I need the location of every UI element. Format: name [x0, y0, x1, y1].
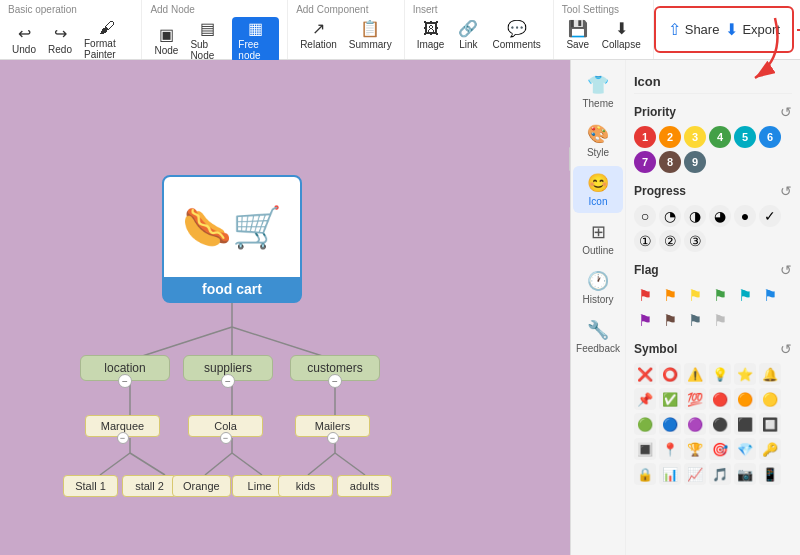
great-grandchild-adults[interactable]: adults — [337, 475, 392, 497]
child-node-suppliers[interactable]: suppliers − — [183, 355, 273, 381]
grandchild-node-mailers[interactable]: Mailers − — [295, 415, 370, 437]
link-button[interactable]: 🔗 Link — [452, 17, 484, 52]
priority-icon-6[interactable]: 6 — [759, 126, 781, 148]
progress-icon-1[interactable]: ○ — [634, 205, 656, 227]
symbol-icon-23[interactable]: 💎 — [734, 438, 756, 460]
sidebar-item-feedback[interactable]: 🔧 Feedback — [573, 313, 623, 360]
progress-icon-7[interactable]: ① — [634, 230, 656, 252]
symbol-icon-6[interactable]: 🔔 — [759, 363, 781, 385]
progress-icon-6[interactable]: ✓ — [759, 205, 781, 227]
flag-icon-6[interactable]: ⚑ — [759, 284, 781, 306]
symbol-icon-22[interactable]: 🎯 — [709, 438, 731, 460]
progress-icon-2[interactable]: ◔ — [659, 205, 681, 227]
progress-reset[interactable]: ↺ — [780, 183, 792, 199]
flag-icon-9[interactable]: ⚑ — [684, 309, 706, 331]
flag-reset[interactable]: ↺ — [780, 262, 792, 278]
sidebar-item-history[interactable]: 🕐 History — [573, 264, 623, 311]
progress-icon-9[interactable]: ③ — [684, 230, 706, 252]
child-node-location[interactable]: location − — [80, 355, 170, 381]
priority-icon-1[interactable]: 1 — [634, 126, 656, 148]
progress-icon-3[interactable]: ◑ — [684, 205, 706, 227]
symbol-icon-10[interactable]: 🔴 — [709, 388, 731, 410]
priority-icon-4[interactable]: 4 — [709, 126, 731, 148]
great-grandchild-kids[interactable]: kids — [278, 475, 333, 497]
symbol-icon-20[interactable]: 📍 — [659, 438, 681, 460]
child-node-customers[interactable]: customers − — [290, 355, 380, 381]
grandchild-node-cola[interactable]: Cola − — [188, 415, 263, 437]
symbol-icon-1[interactable]: ❌ — [634, 363, 656, 385]
symbol-icon-11[interactable]: 🟠 — [734, 388, 756, 410]
progress-icon-5[interactable]: ● — [734, 205, 756, 227]
symbol-icon-8[interactable]: ✅ — [659, 388, 681, 410]
symbol-icon-28[interactable]: 🎵 — [709, 463, 731, 485]
redo-button[interactable]: ↪ Redo — [44, 22, 76, 57]
symbol-icon-18[interactable]: 🔲 — [759, 413, 781, 435]
symbol-icon-25[interactable]: 🔒 — [634, 463, 656, 485]
symbol-icon-27[interactable]: 📈 — [684, 463, 706, 485]
format-painter-button[interactable]: 🖌 Format Painter — [80, 17, 133, 62]
sub-node-button[interactable]: ▤ Sub Node — [186, 17, 228, 63]
sidebar-item-theme[interactable]: 👕 Theme — [573, 68, 623, 115]
symbol-icon-21[interactable]: 🏆 — [684, 438, 706, 460]
symbol-icon-12[interactable]: 🟡 — [759, 388, 781, 410]
canvas-area[interactable]: » — [0, 60, 570, 555]
priority-icon-9[interactable]: 9 — [684, 151, 706, 173]
node-button[interactable]: ▣ Node — [150, 23, 182, 58]
chevron-toggle[interactable]: » — [569, 146, 570, 172]
flag-icon-7[interactable]: ⚑ — [634, 309, 656, 331]
symbol-icon-17[interactable]: ⬛ — [734, 413, 756, 435]
priority-icon-3[interactable]: 3 — [684, 126, 706, 148]
relation-button[interactable]: ↗ Relation — [296, 17, 341, 52]
priority-icon-8[interactable]: 8 — [659, 151, 681, 173]
flag-icon-3[interactable]: ⚑ — [684, 284, 706, 306]
priority-reset[interactable]: ↺ — [780, 104, 792, 120]
symbol-icon-7[interactable]: 📌 — [634, 388, 656, 410]
symbol-icon-24[interactable]: 🔑 — [759, 438, 781, 460]
flag-icon-5[interactable]: ⚑ — [734, 284, 756, 306]
symbol-icon-15[interactable]: 🟣 — [684, 413, 706, 435]
undo-button[interactable]: ↩ Undo — [8, 22, 40, 57]
central-node[interactable]: 🌭🛒 food cart — [162, 175, 302, 303]
symbol-icon-4[interactable]: 💡 — [709, 363, 731, 385]
symbol-icon-9[interactable]: 💯 — [684, 388, 706, 410]
great-grandchild-orange[interactable]: Orange — [172, 475, 231, 497]
symbol-icon-30[interactable]: 📱 — [759, 463, 781, 485]
flag-icon-2[interactable]: ⚑ — [659, 284, 681, 306]
minus-btn-location[interactable]: − — [118, 374, 132, 388]
sidebar-item-outline[interactable]: ⊞ Outline — [573, 215, 623, 262]
sidebar-item-style[interactable]: 🎨 Style — [573, 117, 623, 164]
collapse-button[interactable]: ⬇ Collapse — [598, 17, 645, 52]
sidebar-item-icon[interactable]: 😊 Icon — [573, 166, 623, 213]
progress-icon-8[interactable]: ② — [659, 230, 681, 252]
symbol-icon-26[interactable]: 📊 — [659, 463, 681, 485]
image-button[interactable]: 🖼 Image — [413, 18, 449, 52]
priority-icon-7[interactable]: 7 — [634, 151, 656, 173]
summary-button[interactable]: 📋 Summary — [345, 17, 396, 52]
minus-btn-cola[interactable]: − — [220, 432, 232, 444]
symbol-icon-16[interactable]: ⚫ — [709, 413, 731, 435]
priority-icon-5[interactable]: 5 — [734, 126, 756, 148]
symbol-icon-14[interactable]: 🔵 — [659, 413, 681, 435]
great-grandchild-stall2[interactable]: stall 2 — [122, 475, 177, 497]
symbol-reset[interactable]: ↺ — [780, 341, 792, 357]
progress-icon-4[interactable]: ◕ — [709, 205, 731, 227]
great-grandchild-stall1[interactable]: Stall 1 — [63, 475, 118, 497]
free-node-button[interactable]: ▦ Free node — [232, 17, 279, 63]
share-button[interactable]: ⇧ Share — [668, 20, 720, 39]
symbol-icon-3[interactable]: ⚠️ — [684, 363, 706, 385]
symbol-icon-13[interactable]: 🟢 — [634, 413, 656, 435]
minus-btn-suppliers[interactable]: − — [221, 374, 235, 388]
flag-icon-8[interactable]: ⚑ — [659, 309, 681, 331]
grandchild-node-marquee[interactable]: Marquee − — [85, 415, 160, 437]
flag-icon-10[interactable]: ⚑ — [709, 309, 731, 331]
symbol-icon-29[interactable]: 📷 — [734, 463, 756, 485]
symbol-icon-5[interactable]: ⭐ — [734, 363, 756, 385]
flag-icon-1[interactable]: ⚑ — [634, 284, 656, 306]
minus-btn-mailers[interactable]: − — [327, 432, 339, 444]
priority-icon-2[interactable]: 2 — [659, 126, 681, 148]
save-button[interactable]: 💾 Save — [562, 17, 594, 52]
comments-button[interactable]: 💬 Comments — [488, 17, 544, 52]
export-button[interactable]: ⬇ Export — [725, 20, 780, 39]
flag-icon-4[interactable]: ⚑ — [709, 284, 731, 306]
symbol-icon-19[interactable]: 🔳 — [634, 438, 656, 460]
